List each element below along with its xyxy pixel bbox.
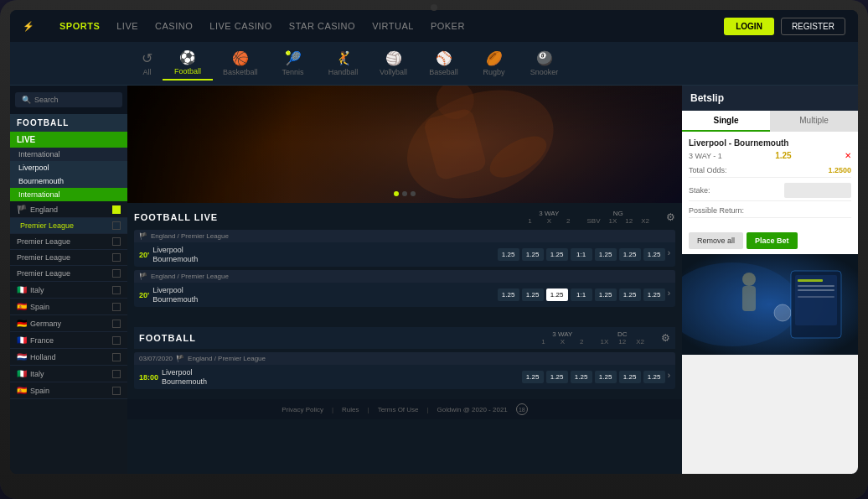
sport-basketball[interactable]: 🏀 Basketball: [213, 47, 268, 80]
pl1-label: Premier League: [20, 221, 74, 230]
france-checkbox[interactable]: [112, 336, 121, 345]
login-button[interactable]: LOGIN: [724, 18, 774, 35]
odds-2-3[interactable]: 1.25: [546, 288, 568, 301]
privacy-link[interactable]: Privacy Policy: [282, 406, 323, 413]
england-checkbox[interactable]: [112, 205, 121, 214]
league-italy-2[interactable]: 🇮🇹 Italy: [10, 366, 127, 382]
odds-2-7[interactable]: 1.25: [643, 288, 665, 301]
league-spain-2[interactable]: 🇪🇸 Spain: [10, 382, 127, 399]
hero-dot-1[interactable]: [394, 191, 399, 196]
place-bet-button[interactable]: Place Bet: [747, 232, 798, 249]
ng-label: NG: [613, 210, 623, 217]
terms-link[interactable]: Terms Of Use: [378, 406, 419, 413]
nav-star-casino[interactable]: STAR CASINO: [289, 21, 355, 31]
up-odds-1[interactable]: 1.25: [522, 371, 544, 383]
odds-2-2[interactable]: 1.25: [522, 288, 544, 301]
odds-2-5[interactable]: 1.25: [595, 288, 617, 301]
pl4-checkbox[interactable]: [112, 269, 121, 278]
up-odds-5[interactable]: 1.25: [619, 371, 641, 383]
upcoming-filter-icon[interactable]: ⚙: [661, 332, 670, 344]
hero-dot-2[interactable]: [402, 191, 407, 196]
sport-handball[interactable]: 🤾 Handball: [318, 47, 369, 80]
odds-1-7[interactable]: 1.25: [643, 248, 665, 261]
rules-link[interactable]: Rules: [342, 406, 359, 413]
sport-rugby[interactable]: 🏉 Rugby: [469, 47, 519, 80]
league-premier-1[interactable]: Premier League: [10, 218, 127, 234]
svg-rect-13: [798, 285, 834, 287]
remove-all-button[interactable]: Remove all: [689, 232, 743, 249]
up-odds-4[interactable]: 1.25: [595, 371, 617, 383]
league-spain[interactable]: 🇪🇸 Spain: [10, 299, 127, 315]
league-holland[interactable]: 🇳🇱 Holland: [10, 349, 127, 366]
odds-1-6[interactable]: 1.25: [619, 248, 641, 261]
hero-player-svg: [127, 86, 682, 203]
up-odds-2[interactable]: 1.25: [546, 371, 568, 383]
upcoming-title: FOOTBALL: [139, 333, 196, 343]
sidebar-international[interactable]: International: [10, 148, 127, 161]
odds-1-2[interactable]: 1.25: [522, 248, 544, 261]
league-germany[interactable]: 🇩🇪 Germany: [10, 315, 127, 332]
holland-checkbox[interactable]: [112, 353, 121, 361]
up-3way-group: 3 WAY 1 X 2: [541, 330, 583, 346]
nav-live[interactable]: LIVE: [116, 21, 138, 31]
nav-sports[interactable]: SPORTS: [59, 21, 100, 31]
live-matches-section: FOOTBALL LIVE 3 WAY 1 X 2: [127, 203, 682, 317]
3way-2: 2: [566, 217, 570, 225]
league-premier-3[interactable]: Premier League: [10, 250, 127, 266]
up-odds-6[interactable]: 1.25: [643, 371, 665, 383]
stake-input[interactable]: [784, 183, 851, 198]
sidebar-bournemouth[interactable]: Bournemouth: [10, 174, 127, 188]
sidebar-liverpool[interactable]: Liverpool: [10, 161, 127, 174]
league-england[interactable]: 🏴 England: [10, 201, 127, 218]
league-premier-2[interactable]: Premier League: [10, 234, 127, 250]
league-france[interactable]: 🇫🇷 France: [10, 332, 127, 349]
sport-volleyball[interactable]: 🏐 Vollyball: [369, 47, 419, 80]
pl3-checkbox[interactable]: [112, 253, 121, 262]
nav-virtual[interactable]: VIRTUAL: [372, 21, 414, 31]
odds-1-1[interactable]: 1.25: [498, 248, 519, 261]
spain2-checkbox[interactable]: [112, 387, 121, 395]
odds-1-4[interactable]: 1:1: [571, 248, 592, 261]
tab-single[interactable]: Single: [682, 111, 770, 132]
more-1[interactable]: ›: [668, 248, 670, 261]
search-container[interactable]: 🔍 Search: [15, 92, 122, 107]
sport-all[interactable]: ↺ All: [132, 47, 163, 80]
odds-2-4[interactable]: 1:1: [571, 288, 592, 301]
odds-1-5[interactable]: 1.25: [595, 248, 617, 261]
svg-point-9: [774, 304, 791, 321]
sidebar-international-green[interactable]: International: [10, 188, 127, 201]
germany-checkbox[interactable]: [112, 320, 121, 328]
odds-1-3[interactable]: 1.25: [546, 248, 568, 261]
france-label: France: [30, 336, 54, 345]
italy2-checkbox[interactable]: [112, 370, 121, 378]
sport-baseball[interactable]: ⚾ Baseball: [419, 47, 469, 80]
pl2-checkbox[interactable]: [112, 237, 121, 246]
snooker-label: Snooker: [530, 68, 559, 76]
odds-2-1[interactable]: 1.25: [498, 288, 519, 301]
more-upcoming[interactable]: ›: [668, 371, 670, 383]
nav-live-casino[interactable]: LIVE CASINO: [209, 21, 272, 31]
tab-multiple[interactable]: Multiple: [770, 111, 858, 132]
league-premier-4[interactable]: Premier League: [10, 266, 127, 282]
register-button[interactable]: REGISTER: [781, 18, 845, 35]
league-italy[interactable]: 🇮🇹 Italy: [10, 282, 127, 299]
italy-checkbox[interactable]: [112, 286, 121, 294]
filter-icon[interactable]: ⚙: [666, 211, 675, 223]
odds-2-6[interactable]: 1.25: [619, 288, 641, 301]
more-2[interactable]: ›: [668, 288, 670, 301]
up-odds-3[interactable]: 1.25: [571, 371, 592, 383]
svg-rect-11: [795, 275, 837, 325]
bet-remove-icon[interactable]: ✕: [845, 151, 851, 160]
hero-dot-3[interactable]: [411, 191, 416, 196]
live-section-header-row: FOOTBALL LIVE 3 WAY 1 X 2: [134, 210, 675, 225]
sport-football[interactable]: ⚽ Football: [163, 46, 213, 81]
sport-snooker[interactable]: 🎱 Snooker: [519, 47, 570, 80]
nav-poker[interactable]: POKER: [431, 21, 465, 31]
bet-odds-value: 1.25: [775, 151, 791, 160]
volleyball-icon: 🏐: [385, 50, 402, 66]
up-dc-group: DC 1X 12 X2: [601, 330, 645, 346]
sport-tennis[interactable]: 🎾 Tennis: [268, 47, 318, 80]
nav-casino[interactable]: CASINO: [155, 21, 193, 31]
spain-checkbox[interactable]: [112, 303, 121, 311]
pl1-checkbox[interactable]: [112, 221, 121, 230]
